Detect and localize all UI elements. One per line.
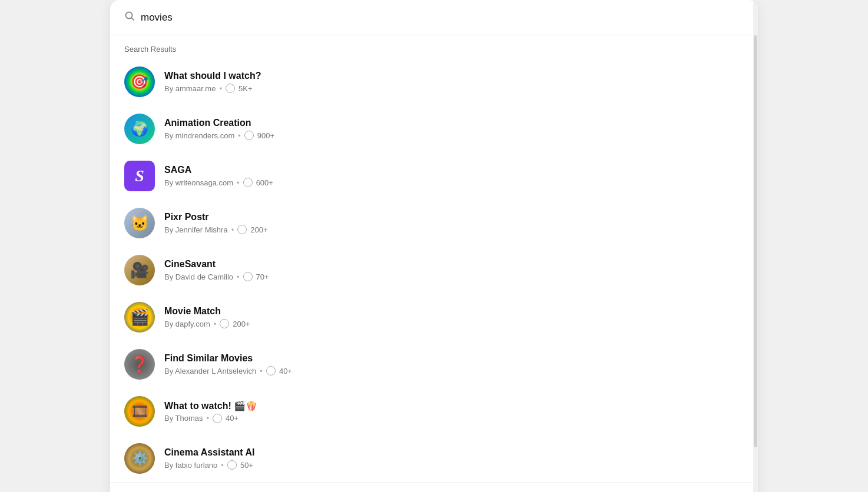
meta-separator: • [219, 84, 222, 93]
chat-icon [243, 178, 253, 187]
results-list: 🎯 What should I watch? By ammaar.me • 5K… [110, 58, 758, 482]
list-item[interactable]: 🎬 Movie Match By dapfy.com • 200+ [120, 294, 748, 341]
avatar: 🎞️ [124, 396, 155, 427]
chat-icon [213, 414, 222, 423]
avatar: 🐱 [124, 208, 155, 238]
result-author: By fabio furlano [164, 461, 217, 470]
result-count: 40+ [226, 414, 238, 423]
result-info: Cinema Assistant AI By fabio furlano • 5… [164, 447, 744, 470]
result-info: Find Similar Movies By Alexander L Antse… [164, 353, 744, 375]
chat-icon [220, 319, 229, 328]
result-name: Movie Match [164, 306, 744, 317]
result-name: Cinema Assistant AI [164, 447, 744, 458]
meta-separator: • [260, 367, 263, 375]
result-name: CineSavant [164, 259, 744, 270]
result-meta: By ammaar.me • 5K+ [164, 84, 744, 93]
avatar: ⚙️ [124, 443, 155, 474]
search-icon [124, 11, 135, 24]
meta-separator: • [221, 461, 224, 470]
result-author: By dapfy.com [164, 320, 210, 328]
list-item[interactable]: 🎯 What should I watch? By ammaar.me • 5K… [120, 58, 748, 105]
scrollbar[interactable] [753, 0, 758, 492]
chat-icon [243, 272, 253, 281]
result-name: Find Similar Movies [164, 353, 744, 364]
svg-line-1 [132, 18, 134, 21]
chat-icon [244, 131, 254, 140]
meta-separator: • [231, 225, 234, 234]
result-meta: By Jennifer Mishra • 200+ [164, 225, 744, 234]
result-name: Pixr Postr [164, 212, 744, 222]
result-count: 600+ [256, 178, 273, 187]
search-results-panel: movies Search Results 🎯 What should I wa… [110, 0, 758, 492]
search-bar[interactable]: movies [110, 0, 758, 35]
result-count: 200+ [250, 225, 267, 234]
result-name: SAGA [164, 165, 744, 175]
result-count: 70+ [256, 272, 269, 281]
result-author: By mindrenders.com [164, 131, 234, 140]
scrollbar-thumb[interactable] [754, 35, 757, 447]
result-info: Pixr Postr By Jennifer Mishra • 200+ [164, 212, 744, 234]
result-meta: By mindrenders.com • 900+ [164, 131, 744, 140]
result-count: 200+ [233, 320, 250, 328]
result-name: What should I watch? [164, 71, 744, 81]
chat-icon [227, 460, 237, 470]
result-name: Animation Creation [164, 118, 744, 128]
list-item[interactable]: 🐱 Pixr Postr By Jennifer Mishra • 200+ [120, 200, 748, 247]
bottom-bar: SEO 1.0x [110, 482, 758, 492]
result-info: Movie Match By dapfy.com • 200+ [164, 306, 744, 328]
meta-separator: • [207, 414, 210, 423]
list-item[interactable]: ❓ Find Similar Movies By Alexander L Ant… [120, 341, 748, 388]
result-meta: By Thomas • 40+ [164, 414, 744, 423]
search-results-label: Search Results [110, 35, 758, 58]
list-item[interactable]: 🎥 CineSavant By David de Camillo • 70+ [120, 247, 748, 294]
result-author: By ammaar.me [164, 84, 216, 93]
avatar: 🎯 [124, 67, 155, 97]
result-info: What to watch! 🎬🍿 By Thomas • 40+ [164, 400, 744, 423]
saga-logo-text: S [135, 168, 144, 184]
meta-separator: • [238, 131, 241, 140]
result-author: By David de Camillo [164, 272, 233, 281]
list-item[interactable]: ⚙️ Cinema Assistant AI By fabio furlano … [120, 435, 748, 482]
chat-icon [266, 366, 276, 375]
result-author: By writeonsaga.com [164, 178, 233, 187]
result-meta: By David de Camillo • 70+ [164, 272, 744, 281]
meta-separator: • [237, 272, 240, 281]
result-count: 5K+ [238, 84, 253, 93]
svg-point-0 [126, 12, 132, 19]
result-info: SAGA By writeonsaga.com • 600+ [164, 165, 744, 187]
result-author: By Jennifer Mishra [164, 225, 228, 234]
result-count: 40+ [279, 367, 292, 375]
result-meta: By writeonsaga.com • 600+ [164, 178, 744, 187]
chat-icon [226, 84, 235, 93]
avatar: 🌍 [124, 114, 155, 144]
avatar: S [124, 161, 155, 191]
avatar: ❓ [124, 349, 155, 380]
result-info: Animation Creation By mindrenders.com • … [164, 118, 744, 140]
result-meta: By fabio furlano • 50+ [164, 460, 744, 470]
avatar: 🎥 [124, 255, 155, 285]
result-author: By Alexander L Antselevich [164, 367, 256, 375]
result-name: What to watch! 🎬🍿 [164, 400, 744, 411]
chat-icon [237, 225, 247, 234]
result-info: CineSavant By David de Camillo • 70+ [164, 259, 744, 281]
result-info: What should I watch? By ammaar.me • 5K+ [164, 71, 744, 93]
result-meta: By Alexander L Antselevich • 40+ [164, 366, 744, 375]
list-item[interactable]: 🎞️ What to watch! 🎬🍿 By Thomas • 40+ [120, 388, 748, 435]
meta-separator: • [237, 178, 240, 187]
list-item[interactable]: 🌍 Animation Creation By mindrenders.com … [120, 105, 748, 152]
result-meta: By dapfy.com • 200+ [164, 319, 744, 328]
search-query: movies [141, 12, 173, 24]
list-item[interactable]: S SAGA By writeonsaga.com • 600+ [120, 152, 748, 200]
result-count: 50+ [240, 461, 253, 470]
result-count: 900+ [257, 131, 274, 140]
avatar: 🎬 [124, 302, 155, 333]
meta-separator: • [214, 320, 217, 328]
result-author: By Thomas [164, 414, 203, 423]
